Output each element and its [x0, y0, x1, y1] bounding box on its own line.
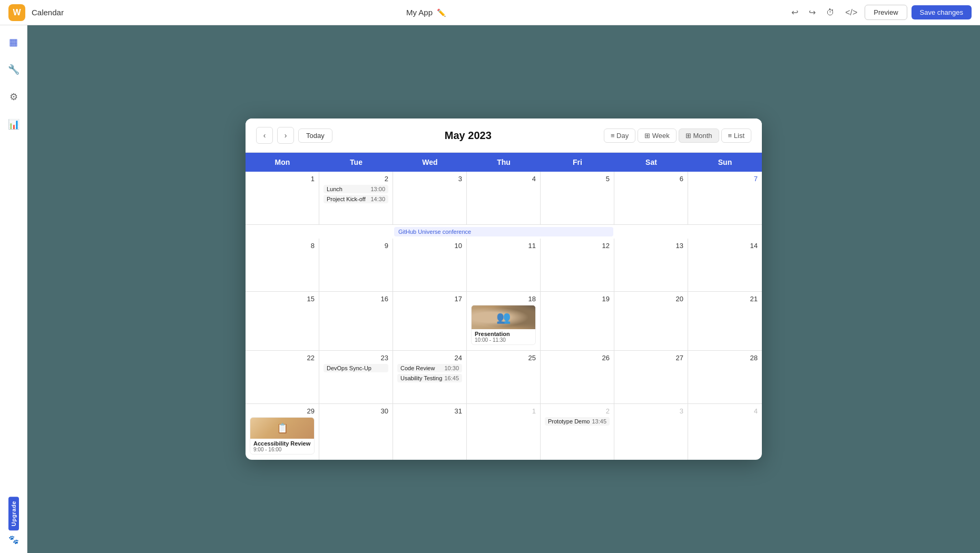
day-10[interactable]: 10 [393, 239, 467, 291]
week-4: 22 23 DevOps Sync-Up 24 [246, 351, 762, 404]
day-num-3: 3 [397, 175, 462, 183]
day-18[interactable]: 18 Presentation 10:00 - 11:30 [467, 292, 541, 350]
day-29[interactable]: 29 Accessibility Review 9:00 - 16:00 [246, 404, 319, 460]
day-11[interactable]: 11 [467, 239, 541, 291]
day-num-21: 21 [692, 295, 758, 303]
event-presentation-img [472, 305, 535, 329]
footer-icon: 🐾 [8, 535, 19, 545]
event-code-review[interactable]: Code Review 10:30 [397, 364, 462, 372]
day-num-15: 15 [250, 295, 315, 303]
event-presentation-name: Presentation [475, 331, 532, 337]
view-week-button[interactable]: ⊞ Week [638, 129, 677, 143]
view-day-button[interactable]: ≡ Day [604, 129, 635, 143]
content-area: ‹ › Today May 2023 ≡ Day ⊞ Week ⊞ Month … [27, 25, 980, 553]
event-prototype-demo[interactable]: Prototype Demo 13:45 [545, 417, 610, 426]
redo-button[interactable]: ↪ [806, 5, 819, 19]
day-14[interactable]: 14 [688, 239, 762, 291]
week-3-cells: 15 16 17 18 [246, 292, 762, 350]
next-month-button[interactable]: › [277, 127, 294, 144]
day-21[interactable]: 21 [688, 292, 762, 350]
undo-button[interactable]: ↩ [788, 5, 801, 19]
day-6[interactable]: 6 [614, 172, 688, 224]
day-3[interactable]: 3 [393, 172, 467, 224]
day-num-11: 11 [471, 242, 536, 250]
day-num-8: 8 [250, 242, 315, 250]
prev-month-button[interactable]: ‹ [256, 127, 273, 144]
page-title: Calendar [32, 8, 64, 17]
sidebar-icon-tool[interactable]: 🔧 [5, 61, 22, 78]
event-kickoff-name: Project Kick-off [327, 196, 366, 202]
code-button[interactable]: </> [842, 6, 860, 19]
event-code-review-name: Code Review [400, 365, 435, 371]
day-26[interactable]: 26 [541, 351, 614, 403]
week-2-cells: 8 9 10 11 12 [246, 239, 762, 291]
day-19[interactable]: 19 [541, 292, 614, 350]
event-presentation-info: Presentation 10:00 - 11:30 [472, 329, 535, 344]
day-23[interactable]: 23 DevOps Sync-Up [319, 351, 393, 403]
week-5: 29 Accessibility Review 9:00 - 16:00 [246, 404, 762, 460]
edit-icon[interactable]: ✏️ [437, 8, 446, 17]
week-2: GitHub Universe conference 8 9 10 [246, 225, 762, 292]
event-lunch[interactable]: Lunch 13:00 [324, 185, 388, 193]
day-num-18: 18 [471, 295, 536, 303]
week-5-cells: 29 Accessibility Review 9:00 - 16:00 [246, 404, 762, 460]
day-8[interactable]: 8 [246, 239, 319, 291]
day-4[interactable]: 4 [467, 172, 541, 224]
day-num-20: 20 [619, 295, 683, 303]
preview-button[interactable]: Preview [865, 5, 907, 20]
event-github-universe[interactable]: GitHub Universe conference [394, 227, 613, 236]
day-1[interactable]: 1 [246, 172, 319, 224]
view-buttons: ≡ Day ⊞ Week ⊞ Month ≡ List [604, 129, 751, 143]
day-2[interactable]: 2 Lunch 13:00 Project Kick-off 14:30 [319, 172, 393, 224]
today-button[interactable]: Today [298, 129, 332, 143]
calendar-widget: ‹ › Today May 2023 ≡ Day ⊞ Week ⊞ Month … [246, 118, 762, 460]
day-30[interactable]: 30 [319, 404, 393, 460]
day-num-30: 30 [324, 407, 388, 415]
sidebar-icon-grid[interactable]: ▦ [5, 34, 22, 51]
day-num-10: 10 [397, 242, 462, 250]
day-num-14: 14 [692, 242, 758, 250]
sidebar-bottom: Upgrade 🐾 [8, 497, 19, 545]
view-month-button[interactable]: ⊞ Month [679, 129, 719, 143]
day-12[interactable]: 12 [541, 239, 614, 291]
day-other-3[interactable]: 3 [614, 404, 688, 460]
week-1: 1 2 Lunch 13:00 Project Kick-off [246, 172, 762, 225]
day-20[interactable]: 20 [614, 292, 688, 350]
day-24[interactable]: 24 Code Review 10:30 Usability Testing 1… [393, 351, 467, 403]
day-num-other-1: 1 [471, 407, 536, 415]
day-16[interactable]: 16 [319, 292, 393, 350]
event-accessibility[interactable]: Accessibility Review 9:00 - 16:00 [250, 417, 315, 455]
save-button[interactable]: Save changes [912, 5, 972, 19]
event-lunch-name: Lunch [327, 186, 342, 192]
app-logo: W [8, 4, 25, 21]
day-num-24: 24 [397, 354, 462, 362]
day-22[interactable]: 22 [246, 351, 319, 403]
calendar-body: 1 2 Lunch 13:00 Project Kick-off [246, 172, 762, 460]
day-other-2[interactable]: 2 Prototype Demo 13:45 [541, 404, 614, 460]
history-button[interactable]: ⏱ [823, 6, 838, 19]
day-other-4[interactable]: 4 [688, 404, 762, 460]
day-28[interactable]: 28 [688, 351, 762, 403]
event-presentation[interactable]: Presentation 10:00 - 11:30 [471, 305, 536, 345]
header-sun: Sun [688, 153, 762, 172]
day-num-19: 19 [545, 295, 610, 303]
event-usability[interactable]: Usability Testing 16:45 [397, 374, 462, 382]
sidebar-icon-settings[interactable]: ⚙ [5, 88, 22, 105]
upgrade-badge[interactable]: Upgrade [8, 497, 19, 530]
day-5[interactable]: 5 [541, 172, 614, 224]
event-devops[interactable]: DevOps Sync-Up [324, 364, 388, 372]
day-7[interactable]: 7 [688, 172, 762, 224]
day-13[interactable]: 13 [614, 239, 688, 291]
day-25[interactable]: 25 [467, 351, 541, 403]
day-other-1[interactable]: 1 [467, 404, 541, 460]
day-17[interactable]: 17 [393, 292, 467, 350]
day-9[interactable]: 9 [319, 239, 393, 291]
view-list-button[interactable]: ≡ List [721, 129, 751, 143]
day-15[interactable]: 15 [246, 292, 319, 350]
event-accessibility-info: Accessibility Review 9:00 - 16:00 [250, 439, 314, 454]
day-27[interactable]: 27 [614, 351, 688, 403]
sidebar-icon-chart[interactable]: 📊 [5, 116, 22, 133]
event-code-review-time: 10:30 [444, 365, 459, 371]
event-kickoff[interactable]: Project Kick-off 14:30 [324, 195, 388, 203]
day-31[interactable]: 31 [393, 404, 467, 460]
